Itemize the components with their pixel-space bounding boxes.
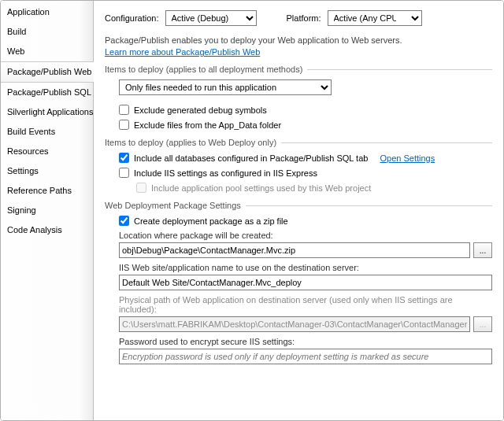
include-db-checkbox[interactable] <box>119 153 129 163</box>
intro-text: Package/Publish enables you to deploy yo… <box>105 35 492 45</box>
password-label: Password used to encrypt secure IIS sett… <box>119 337 492 346</box>
include-iis-label: Include IIS settings as configured in II… <box>134 168 317 178</box>
physical-browse-button: ... <box>473 316 492 332</box>
include-db-label: Include all databases configured in Pack… <box>134 153 368 163</box>
location-browse-button[interactable]: ... <box>473 242 492 258</box>
physical-path-input <box>119 316 470 332</box>
sidebar-item-build[interactable]: Build <box>1 22 93 42</box>
sidebar-item-application[interactable]: Application <box>1 2 93 22</box>
site-label: IIS Web site/application name to use on … <box>119 263 492 272</box>
files-to-deploy-select[interactable]: Only files needed to run this applicatio… <box>119 79 332 95</box>
config-row: Configuration: Active (Debug) Platform: … <box>105 10 492 26</box>
deploy-all-legend: Items to deploy (applies to all deployme… <box>105 65 302 74</box>
exclude-appdata-label: Exclude files from the App_Data folder <box>134 120 281 130</box>
sidebar-item-signing[interactable]: Signing <box>1 201 93 220</box>
location-input[interactable] <box>119 242 470 258</box>
include-iis-checkbox[interactable] <box>119 168 129 178</box>
sidebar-item-web[interactable]: Web <box>1 42 93 61</box>
rule <box>307 69 492 70</box>
sidebar-item-reference-paths[interactable]: Reference Paths <box>1 181 93 201</box>
exclude-debug-label: Exclude generated debug symbols <box>134 105 267 115</box>
configuration-select[interactable]: Active (Debug) <box>165 10 257 26</box>
site-input[interactable] <box>119 275 492 290</box>
open-settings-link[interactable]: Open Settings <box>380 153 435 163</box>
location-label: Location where package will be created: <box>119 231 492 240</box>
configuration-label: Configuration: <box>105 13 159 23</box>
deploy-all-fieldset: Items to deploy (applies to all deployme… <box>105 65 492 130</box>
sidebar-item-package-publish-web[interactable]: Package/Publish Web <box>1 61 94 83</box>
sidebar-item-settings[interactable]: Settings <box>1 161 93 181</box>
sidebar-item-package-publish-sql[interactable]: Package/Publish SQL <box>1 83 93 102</box>
deploy-web-legend: Items to deploy (applies to Web Deploy o… <box>105 138 276 147</box>
sidebar: ApplicationBuildWebPackage/Publish WebPa… <box>1 1 94 420</box>
package-settings-legend: Web Deployment Package Settings <box>105 201 241 210</box>
rule <box>281 142 492 143</box>
rule <box>246 205 492 206</box>
package-settings-fieldset: Web Deployment Package Settings Create d… <box>105 201 492 364</box>
include-pool-checkbox <box>136 183 146 193</box>
platform-select[interactable]: Active (Any CPU) <box>328 10 422 26</box>
sidebar-item-build-events[interactable]: Build Events <box>1 122 93 142</box>
sidebar-item-resources[interactable]: Resources <box>1 142 93 161</box>
create-zip-label: Create deployment package as a zip file <box>134 216 288 226</box>
learn-more-link[interactable]: Learn more about Package/Publish Web <box>105 47 260 57</box>
main-panel: Configuration: Active (Debug) Platform: … <box>94 1 503 420</box>
password-input[interactable] <box>119 349 492 364</box>
exclude-debug-checkbox[interactable] <box>119 105 129 115</box>
platform-label: Platform: <box>287 13 321 23</box>
deploy-web-fieldset: Items to deploy (applies to Web Deploy o… <box>105 138 492 193</box>
exclude-appdata-checkbox[interactable] <box>119 120 129 130</box>
sidebar-item-code-analysis[interactable]: Code Analysis <box>1 220 93 240</box>
physical-path-label: Physical path of Web application on dest… <box>119 295 492 314</box>
include-pool-label: Include application pool settings used b… <box>151 183 371 193</box>
sidebar-item-silverlight-applications[interactable]: Silverlight Applications <box>1 102 93 122</box>
create-zip-checkbox[interactable] <box>119 216 129 226</box>
